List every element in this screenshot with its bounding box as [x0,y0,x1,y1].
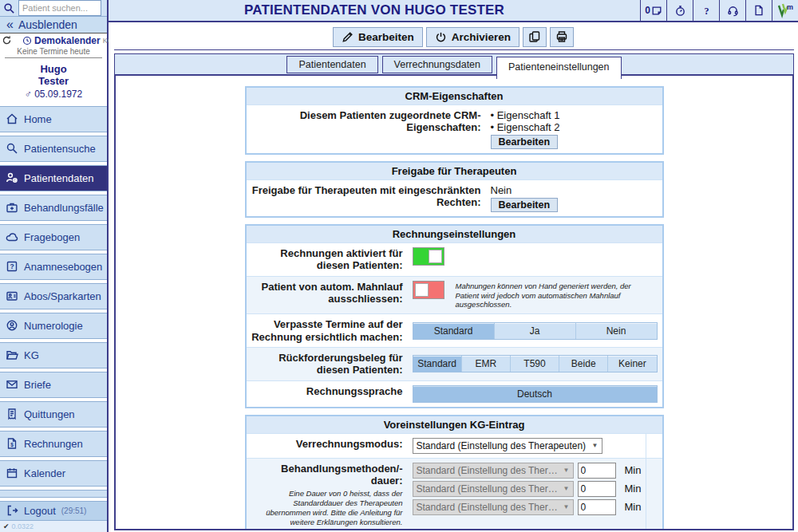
method-row: Standard (Einstellung des Therapeu... Mi… [413,463,642,479]
document-button[interactable] [745,0,772,21]
support-button[interactable] [719,0,745,21]
cloud-icon [6,231,18,243]
copy-button[interactable] [523,27,547,47]
duration-input[interactable] [578,499,616,515]
method-select[interactable]: Standard (Einstellung des Therapeu... [413,499,574,515]
freigabe-edit-button[interactable]: Bearbeiten [491,198,559,212]
segment-option[interactable]: Keiner [607,356,656,372]
main-area: Bearbeiten Archivieren Patientendaten Ve… [109,24,798,532]
sidebar-item-label: Abos/Sparkarten [24,290,101,302]
notes-button[interactable]: 0 [640,0,666,21]
select-value: Standard (Einstellung des Therapeu... [417,502,559,513]
sidebar-item-label: Patientendaten [24,172,93,184]
search-icon [3,2,15,14]
edit-button[interactable]: Bearbeiten [333,27,423,47]
method-select[interactable]: Standard (Einstellung des Therapeu... [413,481,574,497]
sidebar-menu: Home Patientensuche Patientendaten Behan… [0,106,107,487]
toggle-knob [429,250,442,263]
pencil-icon [342,31,354,43]
freigabe-value: Nein [491,184,658,196]
tab-patientendaten[interactable]: Patientendaten [286,56,377,73]
section-crm-title: CRM-Eigenschaften [247,88,662,104]
duration-input[interactable] [578,463,616,479]
svg-text:?: ? [10,262,14,270]
sidebar-item-behandlungsfaelle[interactable]: Behandlungsfälle [0,195,107,221]
language-selected-value[interactable]: Deutsch [413,385,658,403]
sidebar-item-label: Kalender [24,467,65,479]
sidebar-item-fragebogen[interactable]: Fragebogen [0,224,107,250]
patient-toolbar: Bearbeiten Archivieren [109,24,798,49]
sidebar-item-rechnungen[interactable]: $ Rechnungen [0,431,107,457]
sidebar-item-label: KG [24,349,39,361]
beleg-row: Rückforderungsbeleg für diesen Patienten… [247,347,662,380]
segment-option[interactable]: Ja [494,323,575,339]
crm-edit-button[interactable]: Bearbeiten [491,135,559,149]
segment-option[interactable]: EMR [461,356,510,372]
sidebar-item-briefe[interactable]: Briefe [0,372,107,398]
sidebar-item-kalender[interactable]: Kalender [0,460,107,487]
collapse-label: Ausblenden [18,18,77,31]
logout-icon [6,504,18,517]
segment-option[interactable]: Standard [413,323,494,339]
sidebar-item-kg[interactable]: KG [0,342,107,368]
invoice-icon: $ [6,437,18,450]
invoices-active-label: Rechnungen aktiviert für diesen Patiente… [247,243,408,276]
invoices-active-toggle[interactable] [413,247,444,266]
patient-search-input[interactable] [18,0,101,16]
freigabe-label: Freigabe für Therapeuten mit eingeschrän… [247,180,486,216]
sidebar-item-label: Patientensuche [24,143,96,155]
sidebar-collapse-button[interactable]: « Ausblenden [0,17,107,32]
sidebar-item-patientensuche[interactable]: Patientensuche [0,136,107,162]
stopwatch-button[interactable] [666,0,693,21]
segment-option[interactable]: Nein [575,323,657,339]
sidebar-item-label: Numerologie [24,320,83,332]
section-kg-voreinstellungen: Voreinstellungen KG-Eintrag Verrechnungs… [245,415,664,530]
refresh-icon[interactable] [2,35,12,45]
mahnlauf-toggle[interactable] [413,281,444,299]
archive-button[interactable]: Archivieren [426,27,519,47]
archive-button-label: Archivieren [452,31,511,43]
logout-label: Logout [24,505,56,517]
sidebar-item-label: Behandlungsfälle [24,202,104,214]
sidebar-item-numerologie[interactable]: Numerologie [0,313,107,339]
print-button[interactable] [550,27,574,47]
patient-birthdate: 05.09.1972 [34,89,82,100]
current-patient-info: Hugo Tester ♂ 05.09.1972 [0,58,107,106]
help-button[interactable]: ? [693,0,719,21]
sidebar-item-anamnesebogen[interactable]: ? Anamnesebogen [0,254,107,280]
session-value: 0.0322 [12,522,34,530]
duration-unit: Min [620,483,642,495]
collapse-chevron-icon: « [6,18,14,32]
missed-appointments-label: Verpasste Termine auf der Rechnung ersic… [247,314,408,347]
topbar-icons: 0 ? m [640,0,798,21]
verrechnungsmodus-select[interactable]: Standard (Einstellung des Therapeuten) [413,438,602,454]
calendar-name[interactable]: Demokalender [34,35,101,46]
svg-text:m: m [787,3,793,11]
sidebar-item-label: Home [24,113,52,125]
sidebar-item-patientendaten[interactable]: Patientendaten [0,165,107,191]
behandlungsmethoden-label: Behandlungsmethoden/-dauer: [251,463,403,487]
behandlungsmethoden-note: Eine Dauer von 0 heisst, dass der Standa… [251,489,403,527]
segment-option[interactable]: Standard [413,356,461,372]
sidebar-item-label: Quittungen [24,408,75,420]
tab-patienteneinstellungen[interactable]: Patienteneinstellungen [496,57,622,79]
row-end-cell [646,459,662,530]
duration-input[interactable] [578,481,616,497]
sidebar-item-abos-sparkarten[interactable]: Abos/Sparkarten [0,283,107,309]
language-row: Rechnungssprache Deutsch [247,380,662,407]
segment-option[interactable]: Beide [559,356,607,372]
check-icon: ✔ [3,522,10,530]
tab-verrechnungsdaten[interactable]: Verrechnungsdaten [382,56,492,73]
segment-option[interactable]: T590 [510,356,559,372]
method-select[interactable]: Standard (Einstellung des Therapeu... [413,463,574,479]
sidebar-item-home[interactable]: Home [0,106,107,132]
sidebar-item-quittungen[interactable]: Quittungen [0,401,107,428]
language-label: Rechnungssprache [247,381,408,407]
section-rechnung-title: Rechnungseinstellungen [247,226,662,242]
logout-button[interactable]: Logout (29:51) [0,501,107,521]
user-gear-icon [6,171,18,184]
sidebar: « Ausblenden Demokalender KG Keine Termi… [0,0,109,532]
patient-search-bar [0,0,107,17]
section-rechnungseinstellungen: Rechnungseinstellungen Rechnungen aktivi… [245,224,664,408]
card-user-icon [6,290,18,302]
